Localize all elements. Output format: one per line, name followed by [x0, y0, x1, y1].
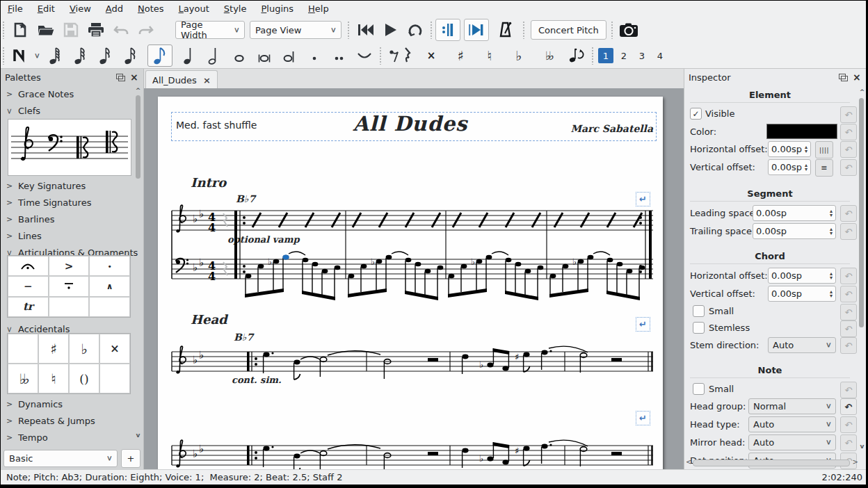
- note-small-checkbox[interactable]: [693, 383, 705, 395]
- duration-breve-button[interactable]: [252, 44, 277, 67]
- empty-cell[interactable]: [49, 297, 90, 317]
- add-workspace-button[interactable]: +: [121, 449, 140, 468]
- voice-2-button[interactable]: 2: [616, 48, 632, 63]
- reset-chord-v-button[interactable]: ↶: [840, 286, 857, 302]
- reset-mirror-button[interactable]: ↶: [840, 434, 857, 451]
- reset-chord-small-button[interactable]: ↶: [840, 304, 857, 320]
- empty-cell[interactable]: [99, 364, 130, 393]
- clefs-palette-grid[interactable]: [8, 119, 131, 176]
- menu-help[interactable]: Help: [308, 3, 329, 14]
- score-tab[interactable]: All_Dudes ×: [145, 70, 218, 89]
- play-button[interactable]: [378, 19, 403, 41]
- duration-64th-button[interactable]: [68, 44, 93, 67]
- rewind-button[interactable]: [353, 19, 378, 41]
- toolbar-drag-handle[interactable]: [2, 47, 6, 65]
- palette-item-dynamics[interactable]: >Dynamics: [1, 396, 134, 412]
- trailing-space-spinbox[interactable]: 0.00sp▴▾: [753, 223, 836, 239]
- close-panel-icon[interactable]: ×: [130, 73, 139, 81]
- score-page[interactable]: Med. fast shuffle All Dudes Marc Sabatel…: [158, 97, 663, 469]
- reset-color-button[interactable]: ↶: [840, 124, 857, 140]
- pan-score-toggle[interactable]: [464, 19, 489, 41]
- double-dot-button[interactable]: [327, 44, 352, 67]
- double-flat-cell[interactable]: ♭♭: [8, 364, 38, 393]
- sharp-cell[interactable]: ♯: [38, 334, 69, 364]
- palette-item-key-signatures[interactable]: >Key Signatures: [1, 177, 134, 194]
- stemless-checkbox[interactable]: [693, 322, 705, 334]
- menu-view[interactable]: View: [70, 3, 91, 14]
- chord-v-offset-spinbox[interactable]: 0.00sp▴▾: [768, 286, 836, 302]
- reset-stemless-button[interactable]: ↶: [840, 320, 857, 337]
- chord-small-checkbox[interactable]: [693, 305, 705, 317]
- double-sharp-cell[interactable]: ×: [99, 334, 130, 364]
- scrollbar-thumb[interactable]: [859, 98, 864, 327]
- duration-16th-button[interactable]: [118, 44, 143, 67]
- parentheses-cell[interactable]: (): [69, 364, 99, 393]
- reset-stem-dir-button[interactable]: ↶: [840, 337, 857, 354]
- reset-chord-h-button[interactable]: ↶: [840, 268, 857, 284]
- staccato-cell[interactable]: ·: [89, 256, 130, 276]
- reset-note-small-button[interactable]: ↶: [840, 382, 857, 398]
- leading-space-spinbox[interactable]: 0.00sp▴▾: [753, 205, 836, 221]
- palette-item-repeats-jumps[interactable]: >Repeats & Jumps: [1, 412, 134, 429]
- rest-button[interactable]: [385, 44, 417, 67]
- menu-notes[interactable]: Notes: [138, 3, 164, 14]
- toolbar-drag-handle[interactable]: [2, 21, 6, 39]
- menu-style[interactable]: Style: [224, 3, 247, 14]
- palette-item-clefs[interactable]: >Clefs: [1, 102, 134, 119]
- inspector-vscrollbar[interactable]: ^ v: [858, 88, 865, 450]
- duration-quarter-button[interactable]: [177, 44, 202, 67]
- head-group-select[interactable]: Normal>: [748, 398, 836, 414]
- trill-cell[interactable]: tr: [8, 297, 49, 317]
- menu-plugins[interactable]: Plugins: [261, 3, 294, 14]
- voice-4-button[interactable]: 4: [652, 48, 668, 63]
- snap-horizontal-grid-button[interactable]: ||||: [815, 141, 833, 158]
- redo-button[interactable]: [134, 19, 159, 41]
- flat-cell[interactable]: ♭: [69, 334, 99, 364]
- flip-direction-button[interactable]: [564, 44, 589, 67]
- double-flat-button[interactable]: ♭♭: [533, 44, 564, 67]
- marcato-cell[interactable]: ∧: [89, 276, 130, 296]
- flat-button[interactable]: ♭: [504, 44, 533, 67]
- score-canvas[interactable]: Med. fast shuffle All Dudes Marc Sabatel…: [144, 88, 684, 469]
- metronome-button[interactable]: [493, 19, 518, 41]
- portato-cell[interactable]: [49, 276, 90, 296]
- reset-head-type-button[interactable]: ↶: [840, 416, 857, 433]
- tab-close-icon[interactable]: ×: [203, 75, 211, 86]
- zoom-select[interactable]: Page Width>: [175, 21, 245, 39]
- sharp-button[interactable]: ♯: [446, 44, 475, 67]
- duration-32nd-button[interactable]: [93, 44, 118, 67]
- palettes-scrollbar[interactable]: ^ v: [134, 87, 142, 439]
- view-mode-select[interactable]: Page View>: [250, 21, 341, 39]
- snap-vertical-grid-button[interactable]: ≡: [815, 159, 833, 177]
- loop-playback-button[interactable]: [403, 19, 428, 41]
- double-sharp-button[interactable]: ×: [417, 44, 446, 67]
- no-accidental-cell[interactable]: [8, 334, 38, 364]
- tenuto-cell[interactable]: −: [8, 276, 49, 296]
- natural-cell[interactable]: ♮: [38, 364, 69, 393]
- color-swatch[interactable]: [766, 124, 837, 139]
- reset-visible-button[interactable]: ↶: [840, 106, 857, 123]
- chord-h-offset-spinbox[interactable]: 0.00sp▴▾: [768, 268, 836, 284]
- save-button[interactable]: [58, 19, 83, 41]
- menu-add[interactable]: Add: [106, 3, 123, 14]
- note-input-mode-button[interactable]: >: [8, 44, 43, 67]
- menu-layout[interactable]: Layout: [179, 3, 209, 14]
- reset-head-group-button[interactable]: ↶: [840, 398, 857, 415]
- workspace-select[interactable]: Basic>: [3, 450, 118, 467]
- voice-3-button[interactable]: 3: [634, 48, 650, 63]
- float-panel-icon[interactable]: [839, 73, 848, 81]
- scroll-left-icon[interactable]: <: [686, 458, 691, 466]
- empty-cell[interactable]: [89, 297, 130, 317]
- scrollbar-thumb[interactable]: [693, 459, 850, 466]
- duration-whole-button[interactable]: [227, 44, 252, 67]
- palette-item-time-signatures[interactable]: >Time Signatures: [1, 194, 134, 211]
- palette-item-barlines[interactable]: >Barlines: [1, 211, 134, 227]
- element-h-offset-spinbox[interactable]: 0.00sp▴▾: [768, 141, 811, 157]
- reset-trailing-button[interactable]: ↶: [840, 223, 857, 240]
- scrollbar-thumb[interactable]: [136, 95, 140, 179]
- scroll-right-icon[interactable]: >: [853, 458, 858, 466]
- voice-1-button[interactable]: 1: [598, 48, 613, 63]
- duration-128th-button[interactable]: [43, 44, 68, 67]
- fermata-cell[interactable]: [8, 256, 49, 276]
- element-v-offset-spinbox[interactable]: 0.00sp▴▾: [768, 159, 811, 175]
